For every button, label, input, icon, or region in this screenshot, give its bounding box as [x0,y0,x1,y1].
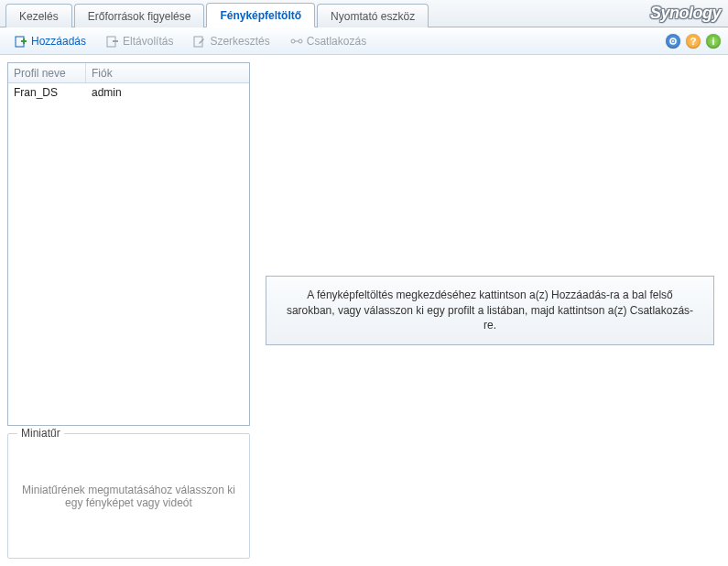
remove-label: Eltávolítás [123,35,173,48]
grid-body[interactable]: Fran_DS admin [8,83,249,425]
help-icon[interactable]: ? [686,34,701,49]
edit-label: Szerkesztés [210,35,269,48]
tab-resource-monitor[interactable]: Erőforrások figyelése [74,4,205,27]
svg-point-10 [672,40,674,42]
edit-button: Szerkesztés [186,31,277,51]
cell-profile: Fran_DS [8,86,86,99]
brand-logo: Synology [650,4,721,23]
add-button[interactable]: Hozzáadás [7,31,93,51]
column-profile-name[interactable]: Profil neve [8,63,86,82]
table-row[interactable]: Fran_DS admin [8,83,249,102]
tab-bar: Kezelés Erőforrások figyelése Fényképfel… [0,0,728,27]
content-area: Profil neve Fiók Fran_DS admin Miniatűr … [0,55,728,566]
edit-icon [193,35,206,48]
instruction-message: A fényképfeltöltés megkezdéséhez kattint… [266,276,714,345]
connect-label: Csatlakozás [307,35,366,48]
cell-account: admin [86,86,249,99]
profile-grid: Profil neve Fiók Fran_DS admin [7,62,250,426]
tab-printer-tool[interactable]: Nyomtató eszköz [317,4,429,27]
remove-icon [106,35,119,48]
svg-point-7 [299,39,302,43]
add-icon [15,35,27,48]
left-column: Profil neve Fiók Fran_DS admin Miniatűr … [7,62,250,559]
info-icon[interactable]: i [706,34,721,49]
thumbnail-panel: Miniatűr Miniatűrének megmutatásához vál… [7,433,250,559]
svg-point-6 [291,39,295,43]
connect-button: Csatlakozás [283,31,374,51]
remove-button: Eltávolítás [99,31,180,51]
right-column: A fényképfeltöltés megkezdéséhez kattint… [259,62,721,559]
tab-photo-uploader[interactable]: Fényképfeltöltő [206,3,315,27]
add-label: Hozzáadás [31,35,86,48]
column-account[interactable]: Fiók [86,63,249,82]
settings-icon[interactable] [666,34,680,49]
grid-header: Profil neve Fiók [8,63,249,83]
connect-icon [290,35,303,48]
thumbnail-placeholder: Miniatűrének megmutatásához válasszon ki… [17,484,240,509]
toolbar: Hozzáadás Eltávolítás Szerkesztés Csatla… [0,27,728,55]
tab-management[interactable]: Kezelés [5,4,72,27]
thumbnail-title: Miniatűr [17,427,64,440]
